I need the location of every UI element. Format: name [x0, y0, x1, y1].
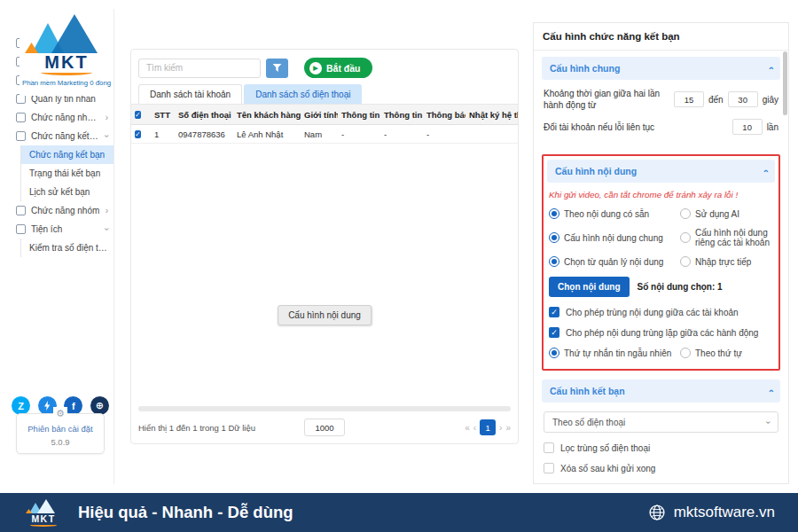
zalo-icon[interactable]: Z [12, 396, 30, 415]
radio-chon-tu-quan-ly-noi-dung[interactable]: Chọn từ quản lý nội dung [549, 256, 680, 267]
pagination: « ‹ 1 › » [345, 419, 511, 435]
sidebar-item-trang-thai-ket-ban[interactable]: Trạng thái kết bạn [21, 164, 113, 183]
video-warning-text: Khi gửi video, cần tắt chrome để tránh x… [549, 190, 773, 200]
pause-input[interactable] [642, 483, 672, 484]
logo-subtitle: Phần mềm Marketing 0 đồng [20, 79, 113, 87]
sidebar-item-chuc-nang-ket-ban[interactable]: Chức năng kết bạn [21, 145, 113, 164]
filter-button[interactable] [266, 59, 288, 78]
content-section-highlight: Cấu hình nội dung › Khi gửi video, cần t… [542, 154, 780, 371]
logo-mountains-icon [23, 498, 64, 513]
col-nhat-ky: Nhật ký hệ thố [466, 105, 518, 125]
tab-bar: Danh sách tài khoản Danh sách số điện th… [131, 84, 518, 104]
tab-danh-sach-so-dien-thoai[interactable]: Danh sách số điện thoại [244, 84, 362, 104]
interval-row: Khoảng thời gian giữa hai lần hành động … [544, 88, 778, 111]
radio-theo-noi-dung-co-san[interactable]: Theo nội dung có sẵn [549, 208, 680, 219]
chevron-down-icon: › [763, 420, 773, 423]
sidebar-item-label: Tiện ích [31, 224, 62, 234]
cell-notify: - [423, 125, 466, 144]
radio-selected-icon [549, 256, 559, 267]
tools-icon [16, 224, 26, 234]
sidebar-item-label: Chức năng kết bạn [29, 150, 105, 160]
sidebar-item-label: Trạng thái kết bạn [29, 168, 100, 178]
vertical-scrollbar[interactable] [783, 51, 787, 115]
cell-phone: 0947878636 [175, 125, 233, 144]
horizontal-scrollbar[interactable] [138, 406, 511, 411]
order-options: Thứ tự nhắn tin ngẫu nhiên Theo thứ tự [549, 348, 773, 358]
bottom-banner: MKT Hiệu quả - Nhanh - Dễ dùng mktsoftwa… [0, 493, 798, 532]
select-all-checkbox[interactable]: ✓ [135, 111, 141, 119]
table-row[interactable]: ✓ 1 0947878636 Lê Anh Nhật Nam - - - [131, 125, 518, 144]
checkbox-trung-lap-hanh-dong[interactable]: ✓ Cho phép nội dung trùng lặp giữa các h… [549, 327, 773, 338]
row-checkbox[interactable]: ✓ [135, 130, 141, 138]
friend-icon [16, 131, 26, 141]
logo-swoosh [41, 72, 92, 75]
website-icon[interactable]: ⊕ [90, 396, 109, 415]
radio-selected-icon [549, 208, 559, 219]
chevron-down-icon: › [102, 228, 112, 231]
col-ten-khach-hang: Tên khách hàng [233, 105, 301, 125]
first-page-icon[interactable]: « [465, 423, 470, 433]
pagination-summary: Hiển thị 1 đến 1 trong 1 Dữ liệu [138, 423, 304, 433]
prev-page-icon[interactable]: ‹ [473, 423, 476, 433]
cell-gender: Nam [301, 125, 338, 144]
sidebar-item-chuc-nang-ket-ban-group[interactable]: Chức năng kết bạn › [7, 127, 113, 145]
radio-cau-hinh-noi-dung-rieng[interactable]: Cấu hình nội dung riêng các tài khoản [680, 228, 773, 247]
sidebar-item-kiem-tra-so-dien-thoai[interactable]: Kiểm tra số điện thoại [21, 239, 113, 257]
tab-danh-sach-tai-khoan[interactable]: Danh sách tài khoản [138, 84, 242, 104]
phone-list-panel: ▶ Bắt đầu Danh sách tài khoản Danh sách … [130, 49, 519, 444]
sidebar-item-lich-su-ket-ban[interactable]: Lịch sử kết bạn [21, 183, 113, 201]
interval-unit: giây [763, 95, 778, 105]
chat-icon [16, 113, 26, 122]
phone-table: ✓ STT Số điện thoại Tên khách hàng Giới … [131, 104, 518, 144]
checkbox-checked-icon: ✓ [549, 307, 559, 317]
play-icon: ▶ [309, 62, 322, 74]
chevron-down-icon: › [102, 135, 112, 137]
radio-su-dung-ai[interactable]: Sử dụng AI [680, 208, 739, 219]
config-panel-title: Cấu hình chức năng kết bạn [534, 23, 788, 51]
toolbar: ▶ Bắt đầu [131, 50, 518, 84]
search-input[interactable] [138, 59, 261, 78]
next-page-icon[interactable]: › [499, 423, 502, 433]
sidebar-item-chuc-nang-nhom[interactable]: Chức năng nhóm › [7, 201, 113, 220]
sidebar-item-tien-ich[interactable]: Tiện ích › [7, 220, 113, 239]
cell-info1: - [338, 125, 380, 144]
section-header-cau-hinh-chung[interactable]: Cấu hình chung › [542, 57, 780, 80]
sidebar-item-label: Kiểm tra số điện thoại [29, 243, 108, 253]
sidebar-subgroup: Chức năng kết bạn Trạng thái kết bạn Lịc… [20, 145, 113, 201]
retry-label: Đổi tài khoản nếu lỗi liên tục [544, 122, 654, 132]
sidebar-item-label: Chức năng nhóm [31, 206, 99, 215]
content-config-button[interactable]: Cấu hình nội dung [278, 305, 372, 325]
radio-theo-thu-tu[interactable]: Theo thứ tự [680, 348, 742, 358]
page-size-input[interactable] [304, 419, 345, 436]
interval-to-input[interactable] [728, 91, 758, 107]
radio-cau-hinh-noi-dung-chung[interactable]: Cấu hình nội dung chung [549, 232, 680, 243]
last-page-icon[interactable]: » [505, 423, 511, 433]
section-header-cau-hinh-ket-ban[interactable]: Cấu hình kết bạn › [542, 379, 780, 403]
radio-nhap-truc-tiep[interactable]: Nhập trực tiếp [680, 256, 751, 267]
interval-from-input[interactable] [674, 91, 704, 107]
logo-mountains-icon [20, 12, 113, 53]
cell-stt: 1 [151, 125, 175, 144]
retry-row: Đổi tài khoản nếu lỗi liên tục lần [544, 119, 778, 135]
col-thong-tin-1: Thông tin 1 [338, 105, 380, 125]
friend-method-select[interactable]: Theo số điện thoại › [544, 411, 778, 433]
checkbox-checked-icon: ✓ [549, 327, 559, 338]
radio-thu-tu-ngau-nhien[interactable]: Thứ tự nhắn tin ngẫu nhiên [549, 348, 680, 358]
section-header-cau-hinh-noi-dung[interactable]: Cấu hình nội dung › [547, 160, 775, 183]
current-page-button[interactable]: 1 [480, 419, 496, 435]
retry-input[interactable] [732, 119, 763, 135]
chevron-up-icon: › [765, 66, 776, 70]
radio-icon [680, 256, 691, 267]
content-source-options: Theo nội dung có sẵn Sử dụng AI [549, 208, 773, 219]
sidebar-item-chuc-nang-nhan-tin[interactable]: Chức năng nhắn tin › [7, 108, 113, 127]
checkbox-loc-trung-so[interactable]: Lọc trùng số điện thoại [544, 442, 778, 453]
pause-row: Tạm dừng khi gửi được Tin nhắn [544, 483, 778, 484]
sidebar-item-label: Chức năng kết bạn [31, 131, 100, 141]
checkbox-xoa-so-sau-gui[interactable]: Xóa số sau khi gửi xong [544, 463, 778, 473]
chevron-up-icon: › [760, 169, 771, 173]
choose-content-row: Chọn nội dung Số nội dung chọn: 1 [549, 277, 773, 297]
checkbox-trung-noi-dung-tai-khoan[interactable]: ✓ Cho phép trùng nội dung giữa các tài k… [549, 307, 773, 317]
start-button[interactable]: ▶ Bắt đầu [304, 58, 372, 78]
choose-content-button[interactable]: Chọn nội dung [549, 277, 630, 297]
col-stt: STT [151, 105, 175, 125]
